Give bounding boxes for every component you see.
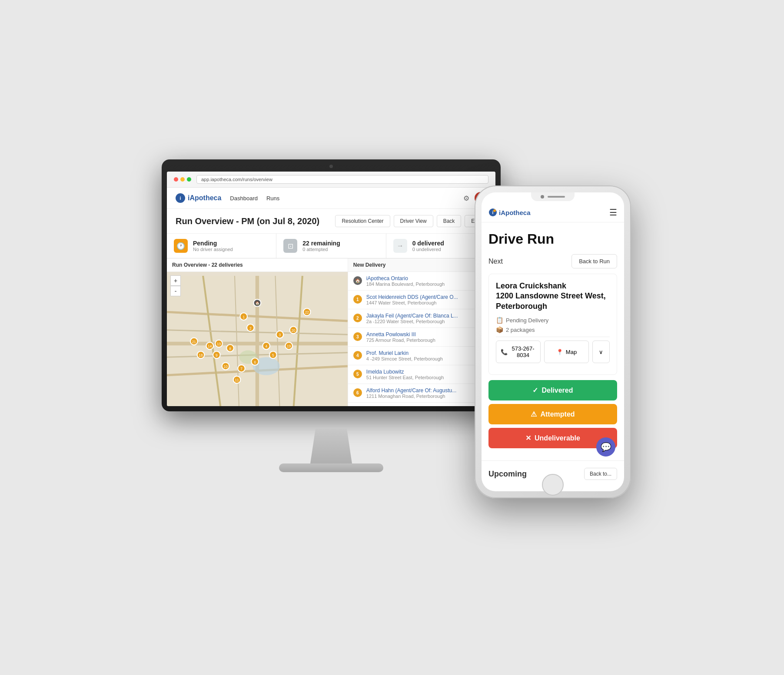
map-pin-icon: 📍 xyxy=(556,349,563,355)
imac-camera xyxy=(329,165,333,168)
delivery-address-5: 51 Hunter Street East, Peterborough xyxy=(366,375,444,380)
map-svg: 🏠 1 2 3 4 5 xyxy=(167,272,348,406)
delivery-list-header: New Delivery xyxy=(348,258,495,272)
pending-subtitle: No driver assigned xyxy=(193,247,233,252)
delivery-address-0: 184 Marina Boulevard, Peterborough xyxy=(366,281,445,287)
notch-camera xyxy=(541,195,544,199)
resolution-center-button[interactable]: Resolution Center xyxy=(335,215,390,227)
delivery-num-4: 4 xyxy=(353,351,362,360)
remaining-subtitle: 0 attempted xyxy=(302,247,340,252)
browser-close-dot[interactable] xyxy=(174,177,178,182)
logo-icon: i xyxy=(176,193,185,203)
delivery-info-2: Jakayla Feil (Agent/Care Of: Blanca L...… xyxy=(366,313,458,324)
undeliverable-label: Undeliverable xyxy=(535,434,580,442)
browser-minimize-dot[interactable] xyxy=(180,177,185,182)
delivered-icon: → xyxy=(393,239,407,253)
delivery-info-3: Annetta Powlowski III 725 Armour Road, P… xyxy=(366,331,435,343)
nav-dashboard[interactable]: Dashboard xyxy=(230,195,258,202)
delivery-name-5: Imelda Lubowitz xyxy=(366,369,444,375)
svg-text:10: 10 xyxy=(224,364,228,369)
list-item[interactable]: 7 Claire Rohan (Agent/Care Of: Jannie S.… xyxy=(348,403,495,406)
svg-text:🏠: 🏠 xyxy=(255,301,260,306)
browser-maximize-dot[interactable] xyxy=(187,177,191,182)
back-to-run-button[interactable]: Back to Run xyxy=(571,254,617,268)
status-card-remaining: ⊡ 22 remaining 0 attempted xyxy=(276,234,386,258)
delivery-info-4: Prof. Muriel Larkin 4 -249 Simcoe Street… xyxy=(366,350,443,361)
upcoming-back-button[interactable]: Back to... xyxy=(584,468,617,480)
delivery-address-2: 2a -1220 Water Street, Peterborough xyxy=(366,319,458,324)
header-buttons: Resolution Center Driver View Back Edit xyxy=(335,215,487,227)
iphone-shell: i iApotheca ☰ Drive Run Next xyxy=(475,185,631,498)
page-header: Run Overview - PM (on Jul 8, 2020) Resol… xyxy=(167,209,495,234)
delivery-address-4: 4 -249 Simcoe Street, Peterborough xyxy=(366,356,443,361)
nav-runs[interactable]: Runs xyxy=(266,195,279,202)
main-content: Run Overview - 22 deliveries xyxy=(167,258,495,406)
remaining-icon: ⊡ xyxy=(283,239,297,253)
imac-body: app.iapotheca.com/runs/overview i iApoth… xyxy=(162,159,501,411)
chat-bubble-button[interactable]: 💬 xyxy=(596,437,615,457)
list-item[interactable]: 🏠 iApotheca Ontario 184 Marina Boulevard… xyxy=(348,272,495,291)
iphone-screen: i iApotheca ☰ Drive Run Next xyxy=(482,192,624,491)
map-container: Run Overview - 22 deliveries xyxy=(167,258,348,406)
list-item[interactable]: 2 Jakayla Feil (Agent/Care Of: Blanca L.… xyxy=(348,309,495,328)
attempted-button[interactable]: ⚠ Attempted xyxy=(488,404,617,424)
list-item[interactable]: 6 Alford Hahn (Agent/Care Of: Augustu...… xyxy=(348,384,495,403)
mobile-logo-icon: i xyxy=(488,208,497,217)
upcoming-label: Upcoming xyxy=(488,470,527,479)
delivery-address-6: 1211 Monaghan Road, Peterborough xyxy=(366,394,456,399)
warning-icon: ⚠ xyxy=(531,410,537,418)
divider xyxy=(496,337,610,337)
map-button[interactable]: 📍 Map xyxy=(544,341,589,363)
status-icon: 📋 xyxy=(496,317,503,324)
delivery-info-0: iApotheca Ontario 184 Marina Boulevard, … xyxy=(366,275,445,287)
svg-text:19: 19 xyxy=(287,344,291,348)
delivery-num-3: 3 xyxy=(353,332,362,341)
hamburger-menu-icon[interactable]: ☰ xyxy=(609,207,617,218)
zoom-out-button[interactable]: - xyxy=(170,286,181,296)
delivery-status-text: Pending Delivery xyxy=(506,317,548,324)
iphone-home-button[interactable] xyxy=(542,474,564,496)
attempted-label: Attempted xyxy=(540,410,575,418)
delivery-packages: 📦 2 packages xyxy=(496,326,610,333)
delivery-name-6: Alford Hahn (Agent/Care Of: Augustu... xyxy=(366,387,456,394)
zoom-in-button[interactable]: + xyxy=(170,275,181,286)
back-button[interactable]: Back xyxy=(437,215,462,227)
phone-button[interactable]: 📞 573-267-8034 xyxy=(496,341,541,363)
logo-text: iApotheca xyxy=(188,194,221,202)
svg-text:13: 13 xyxy=(217,342,221,346)
delivered-label: Delivered xyxy=(541,387,573,394)
svg-text:22: 22 xyxy=(305,310,309,314)
expand-button[interactable]: ∨ xyxy=(592,341,610,363)
delivery-num-2: 2 xyxy=(353,314,362,322)
mobile-logo: i iApotheca xyxy=(488,208,531,217)
list-item[interactable]: 4 Prof. Muriel Larkin 4 -249 Simcoe Stre… xyxy=(348,347,495,365)
delivery-home-icon: 🏠 xyxy=(353,276,362,285)
browser-dots xyxy=(174,177,191,182)
delivery-name-3: Annetta Powlowski III xyxy=(366,331,435,338)
phone-icon: 📞 xyxy=(501,349,508,355)
imac-stand xyxy=(305,429,357,463)
delivery-name-1: Scot Heidenreich DDS (Agent/Care O... xyxy=(366,294,458,300)
list-item[interactable]: 1 Scot Heidenreich DDS (Agent/Care O... … xyxy=(348,291,495,309)
drive-run-content: Drive Run Next Back to Run Leora Cruicks… xyxy=(482,222,624,460)
imac-screen: app.iapotheca.com/runs/overview i iApoth… xyxy=(167,172,495,406)
list-item[interactable]: 3 Annetta Powlowski III 725 Armour Road,… xyxy=(348,328,495,347)
delivery-list: New Delivery 🏠 iApotheca Ontario 184 Mar… xyxy=(348,258,495,406)
map-controls: + - xyxy=(170,275,181,296)
delivered-subtitle: 0 undelivered xyxy=(412,247,444,252)
x-circle-icon: ✕ xyxy=(525,434,531,442)
delivered-title: 0 delivered xyxy=(412,240,444,247)
action-row: 📞 573-267-8034 📍 Map ∨ xyxy=(496,341,610,363)
driver-view-button[interactable]: Driver View xyxy=(394,215,433,227)
delivery-info-6: Alford Hahn (Agent/Care Of: Augustu... 1… xyxy=(366,387,456,399)
delivered-button[interactable]: ✓ Delivered xyxy=(488,380,617,400)
next-section-header: Next Back to Run xyxy=(488,254,617,268)
scene: app.iapotheca.com/runs/overview i iApoth… xyxy=(153,159,631,516)
settings-icon[interactable]: ⚙ xyxy=(463,194,469,202)
status-card-pending: 🕐 Pending No driver assigned xyxy=(167,234,276,258)
map-area[interactable]: 🏠 1 2 3 4 5 xyxy=(167,272,348,406)
imac-device: app.iapotheca.com/runs/overview i iApoth… xyxy=(153,159,509,498)
browser-url-bar[interactable]: app.iapotheca.com/runs/overview xyxy=(196,175,488,184)
list-item[interactable]: 5 Imelda Lubowitz 51 Hunter Street East,… xyxy=(348,365,495,384)
iphone-device: i iApotheca ☰ Drive Run Next xyxy=(475,185,631,498)
